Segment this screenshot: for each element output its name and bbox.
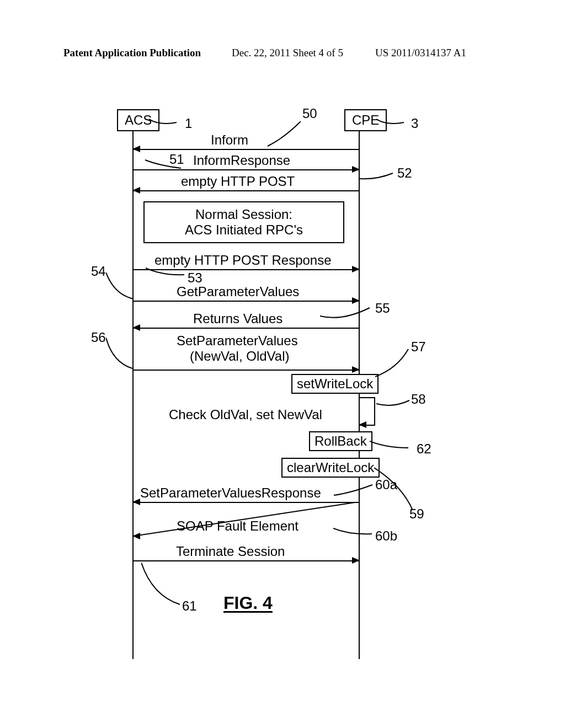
- ref-59: 59: [409, 506, 424, 522]
- leader-58: [376, 397, 415, 414]
- ref-62: 62: [417, 441, 431, 457]
- arrow-check-top: [360, 397, 375, 398]
- leader-52: [360, 169, 398, 185]
- ref-57: 57: [411, 339, 426, 355]
- box-setwritelock: setWriteLock: [291, 374, 379, 394]
- leader-acs: [149, 115, 182, 131]
- arrowhead-emptypostresp: [352, 266, 360, 272]
- msg-returnsvalues: Returns Values: [193, 311, 282, 326]
- ref-58: 58: [411, 392, 426, 407]
- normal-session-line2: ACS Initiated RPC's: [150, 222, 338, 238]
- arrowhead-setparamvalues: [352, 366, 360, 373]
- ref-56: 56: [91, 330, 106, 345]
- arrowhead-getparamvalues: [352, 297, 360, 304]
- svg-line-0: [134, 502, 359, 536]
- arrowhead-emptypost: [132, 187, 140, 194]
- leader-55: [320, 305, 375, 322]
- arrowhead-inform: [132, 146, 140, 152]
- ref-61: 61: [182, 598, 197, 614]
- msg-setparamresp: SetParameterValuesResponse: [140, 485, 321, 501]
- acs-lifeline: [132, 130, 134, 659]
- arrow-soapfault: [134, 502, 360, 537]
- figure-title: FIG. 4: [223, 593, 273, 613]
- leader-62: [370, 437, 414, 453]
- arrowhead-informresponse: [352, 166, 360, 173]
- ref-60b: 60b: [375, 528, 397, 544]
- header-pub-number: US 2011/0314137 A1: [375, 47, 466, 59]
- leader-60b: [333, 524, 377, 540]
- arrow-check-vert: [374, 397, 375, 425]
- ref-52: 52: [397, 165, 412, 181]
- ref-1: 1: [185, 116, 192, 131]
- ref-60a: 60a: [375, 477, 397, 493]
- leader-50: [262, 121, 306, 149]
- ref-53: 53: [188, 270, 202, 286]
- arrowhead-returnsvalues: [132, 324, 140, 331]
- leader-54: [106, 272, 139, 300]
- box-rollback: RollBack: [309, 431, 372, 451]
- leader-61: [141, 563, 185, 607]
- arrow-emptypost: [134, 190, 359, 191]
- arrow-terminate: [134, 560, 359, 561]
- leader-cpe: [376, 115, 409, 131]
- msg-inform: Inform: [211, 132, 248, 148]
- header-publication: Patent Application Publication: [63, 47, 201, 59]
- arrowhead-terminate: [352, 557, 360, 564]
- ref-3: 3: [411, 116, 418, 131]
- msg-setparamvalues1: SetParameterValues: [177, 333, 298, 349]
- msg-emptypost: empty HTTP POST: [181, 174, 295, 189]
- arrow-getparamvalues: [134, 301, 359, 302]
- header-date-sheet: Dec. 22, 2011 Sheet 4 of 5: [232, 47, 343, 59]
- msg-informresponse: InformResponse: [193, 153, 290, 168]
- msg-terminate: Terminate Session: [176, 544, 285, 559]
- arrowhead-soapfault: [132, 533, 140, 539]
- arrowhead-check: [359, 421, 366, 428]
- normal-session-box: Normal Session: ACS Initiated RPC's: [143, 201, 344, 243]
- arrow-inform: [134, 149, 359, 150]
- ref-51: 51: [169, 152, 184, 167]
- cpe-lifeline: [359, 130, 360, 659]
- leader-56: [106, 338, 139, 371]
- arrow-returnsvalues: [134, 328, 359, 329]
- normal-session-line1: Normal Session:: [150, 207, 338, 222]
- msg-setparamvalues2: (NewVal, OldVal): [190, 349, 290, 364]
- ref-54: 54: [91, 264, 106, 279]
- arrow-informresponse: [134, 169, 359, 170]
- ref-50: 50: [302, 106, 317, 121]
- leader-57: [375, 346, 414, 379]
- msg-checkoldval: Check OldVal, set NewVal: [169, 407, 322, 422]
- msg-getparamvalues: GetParameterValues: [177, 284, 299, 299]
- arrow-setparamvalues: [134, 370, 359, 371]
- leader-60a: [334, 482, 378, 499]
- ref-55: 55: [375, 301, 390, 316]
- box-clearwritelock: clearWriteLock: [281, 458, 380, 478]
